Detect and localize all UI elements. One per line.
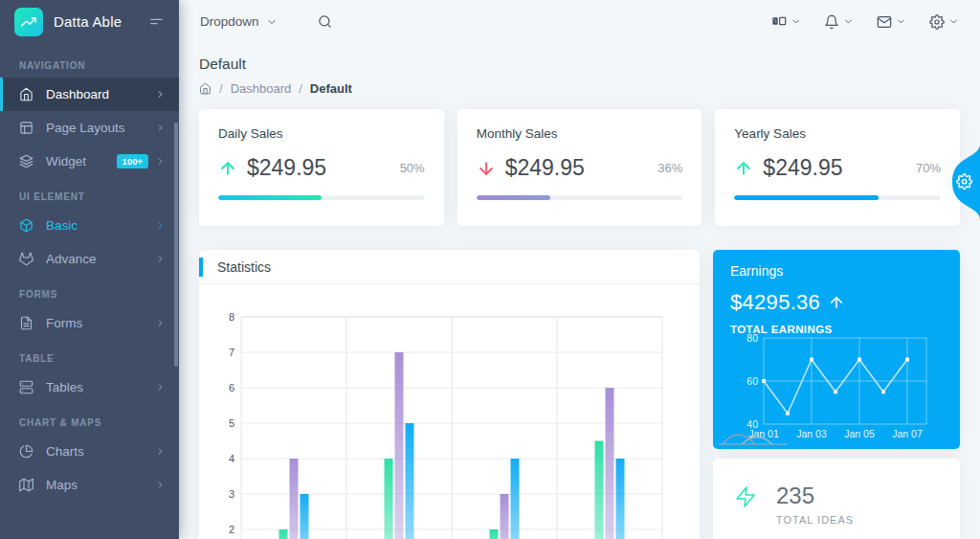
statistics-title: Statistics: [217, 259, 271, 275]
svg-text:Jan 05: Jan 05: [844, 428, 875, 439]
total-ideas-card: 235 TOTAL IDEAS: [713, 459, 960, 539]
svg-text:Jan 07: Jan 07: [892, 428, 923, 439]
sale-card-title: Monthly Sales: [477, 126, 683, 141]
nav-section-caption: NAVIGATION: [0, 47, 179, 78]
svg-text:8: 8: [229, 311, 234, 323]
sidebar-scrollbar[interactable]: [174, 123, 178, 367]
zap-icon: [734, 485, 757, 508]
sale-card-title: Daily Sales: [218, 126, 425, 141]
svg-text:7: 7: [229, 347, 234, 358]
chevron-right-icon: [155, 220, 166, 231]
main-content: Default /Dashboard/Default Daily Sales$2…: [179, 43, 980, 539]
chevron-down-icon: [843, 16, 854, 27]
brand: Datta Able: [0, 0, 179, 43]
arrow-up-icon: [218, 159, 237, 178]
second-row: Statistics 2345678 Earnings $4295.36 TOT…: [199, 250, 960, 539]
chevron-right-icon: [155, 123, 166, 133]
statistics-card: Statistics 2345678: [199, 250, 700, 539]
sidebar-item-dashboard[interactable]: Dashboard: [0, 78, 179, 111]
sale-percent: 50%: [400, 161, 425, 175]
layers-icon: [19, 154, 33, 168]
nav-section-caption: FORMS: [0, 276, 179, 306]
sidebar-item-widget[interactable]: Widget100+: [0, 145, 179, 178]
chevron-right-icon: [155, 382, 166, 393]
arrow-up-icon: [218, 159, 237, 178]
chevron-down-icon: [266, 16, 278, 28]
page-head: Default /Dashboard/Default: [199, 56, 960, 96]
daily-sales-card: Daily Sales$249.9550%: [199, 109, 444, 226]
arrow-up-icon: [828, 294, 845, 311]
sidebar-item-tables[interactable]: Tables: [0, 371, 179, 404]
right-column: Earnings $4295.36 TOTAL EARNINGS 806040J…: [713, 250, 960, 539]
svg-text:80: 80: [746, 332, 758, 344]
progress-bar: [218, 195, 425, 200]
sales-cards-row: Daily Sales$249.9550%Monthly Sales$249.9…: [199, 109, 960, 226]
sidebar-nav: NAVIGATIONDashboardPage LayoutsWidget100…: [0, 43, 179, 502]
gitlab-icon: [19, 252, 33, 266]
search-icon: [318, 14, 332, 29]
svg-text:3: 3: [229, 488, 234, 500]
breadcrumb: /Dashboard/Default: [199, 81, 960, 96]
yearly-sales-card: Yearly Sales$249.9570%: [715, 109, 960, 226]
server-icon: [19, 380, 33, 394]
flag-icon: [771, 14, 787, 30]
dashboard-page: { "colors": { "accent_blue": "#04a9f5", …: [0, 0, 980, 539]
chevron-down-icon: [948, 16, 959, 27]
menu-icon: [148, 13, 165, 30]
file-text-icon: [19, 316, 33, 330]
progress-bar: [477, 195, 683, 200]
menu-toggle-button[interactable]: [148, 13, 165, 30]
home-icon: [19, 87, 33, 101]
breadcrumb-item-dashboard[interactable]: Dashboard: [231, 81, 292, 96]
sale-card-title: Yearly Sales: [734, 126, 941, 141]
sale-amount: $249.95: [763, 155, 842, 181]
svg-text:2: 2: [229, 524, 234, 535]
bell-button[interactable]: [824, 14, 854, 30]
layout-icon: [19, 121, 33, 135]
nav-section-caption: CHART & MAPS: [0, 404, 179, 435]
box-icon: [19, 218, 33, 233]
gear-icon: [929, 14, 945, 30]
chevron-down-icon: [896, 16, 906, 27]
mail-button[interactable]: [877, 14, 906, 30]
search-button[interactable]: [318, 14, 332, 29]
earnings-amount: $4295.36: [730, 290, 820, 315]
sidebar: Datta Able NAVIGATIONDashboardPage Layou…: [0, 0, 179, 539]
chevron-right-icon: [155, 254, 166, 264]
flag-button[interactable]: [771, 14, 801, 30]
gear-button[interactable]: [929, 14, 959, 30]
sale-amount: $249.95: [505, 155, 585, 181]
dropdown-trigger[interactable]: Dropdown: [200, 14, 278, 29]
brand-title: Datta Able: [54, 13, 122, 30]
arrow-down-icon: [477, 159, 496, 178]
pie-chart-icon: [19, 444, 33, 459]
home-icon: [199, 82, 212, 95]
sale-percent: 70%: [916, 161, 941, 175]
arrow-up-icon: [734, 159, 753, 178]
sale-amount: $249.95: [247, 155, 326, 181]
decorative-mountain-doodle: [719, 423, 793, 448]
monthly-sales-card: Monthly Sales$249.9536%: [457, 109, 702, 226]
chevron-right-icon: [155, 89, 166, 100]
chevron-right-icon: [155, 446, 166, 457]
ideas-label: TOTAL IDEAS: [776, 514, 854, 526]
breadcrumb-item-default: Default: [310, 81, 352, 96]
sidebar-item-forms[interactable]: Forms: [0, 306, 179, 340]
sale-percent: 36%: [657, 161, 682, 175]
config-gear-button[interactable]: [947, 144, 980, 220]
arrow-down-icon: [477, 159, 496, 178]
brand-logo: [14, 8, 43, 36]
sidebar-item-page-layouts[interactable]: Page Layouts: [0, 111, 179, 145]
sidebar-item-advance[interactable]: Advance: [0, 242, 179, 276]
sidebar-item-maps[interactable]: Maps: [0, 468, 179, 502]
svg-text:4: 4: [229, 453, 234, 464]
topbar: Dropdown: [179, 0, 980, 43]
sidebar-item-basic[interactable]: Basic: [0, 209, 179, 242]
ideas-text-block: 235 TOTAL IDEAS: [776, 483, 854, 526]
topbar-actions: [771, 14, 959, 30]
svg-text:60: 60: [746, 375, 758, 387]
sidebar-item-charts[interactable]: Charts: [0, 435, 179, 468]
statistics-bar-chart: 2345678: [213, 284, 700, 539]
svg-text:6: 6: [229, 382, 234, 393]
breadcrumb-home-link[interactable]: [199, 82, 212, 95]
